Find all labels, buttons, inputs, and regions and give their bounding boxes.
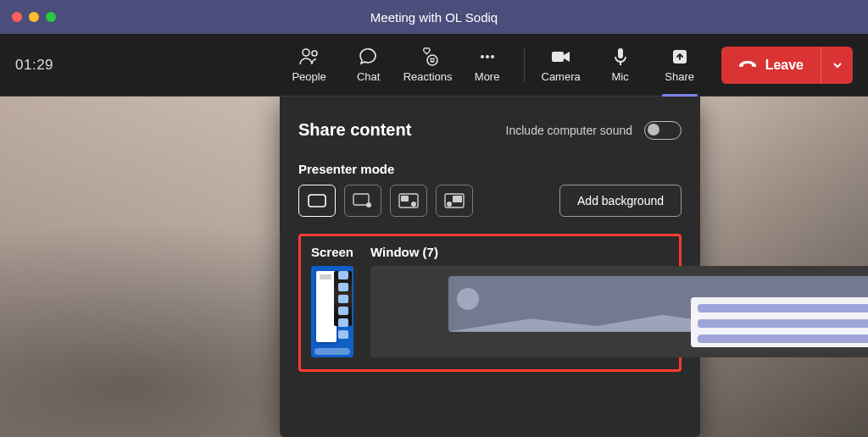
add-background-button[interactable]: Add background (559, 185, 682, 217)
leave-button[interactable]: Leave (721, 47, 821, 84)
meeting-toolbar: 01:29 People Chat (0, 34, 868, 97)
camera-icon (549, 47, 573, 67)
share-icon (670, 47, 690, 67)
share-panel-title: Share content (298, 120, 411, 140)
mic-label: Mic (612, 70, 629, 83)
share-window-thumbnail[interactable] (370, 266, 868, 357)
leave-label: Leave (765, 58, 804, 73)
presenter-mode-label: Presenter mode (298, 162, 682, 176)
presenter-mode-reporter[interactable] (436, 185, 473, 217)
camera-button[interactable]: Camera (531, 40, 591, 91)
svg-point-0 (303, 49, 309, 56)
titlebar: Meeting with OL Sodiq (0, 0, 868, 34)
chat-label: Chat (357, 70, 380, 83)
reactions-label: Reactions (403, 70, 453, 83)
presenter-mode-content-only[interactable] (298, 185, 336, 217)
svg-point-14 (366, 202, 371, 207)
svg-rect-12 (309, 195, 326, 207)
share-screen-thumbnail[interactable] (311, 266, 353, 357)
chat-icon (358, 47, 380, 67)
toggle-knob-icon (648, 124, 659, 136)
svg-rect-8 (552, 52, 564, 62)
camera-label: Camera (542, 70, 581, 83)
toolbar-divider (524, 48, 525, 82)
mic-button[interactable]: Mic (591, 40, 650, 91)
svg-rect-9 (618, 48, 623, 58)
more-label: More (475, 70, 500, 83)
presenter-mode-standout[interactable] (344, 185, 381, 217)
svg-point-2 (427, 55, 437, 65)
svg-rect-13 (353, 194, 369, 205)
svg-rect-16 (401, 196, 409, 202)
window-section-label: Window (7) (370, 245, 868, 259)
chevron-down-icon (832, 59, 843, 71)
chat-button[interactable]: Chat (339, 40, 398, 91)
mic-icon (610, 47, 631, 67)
svg-point-20 (447, 202, 452, 207)
leave-options-button[interactable] (821, 47, 853, 84)
svg-point-6 (486, 55, 489, 58)
include-sound-label: Include computer sound (506, 124, 632, 137)
include-sound-toggle[interactable] (644, 121, 682, 140)
call-timer: 01:29 (15, 57, 53, 74)
svg-rect-10 (620, 62, 621, 65)
more-button[interactable]: More (458, 40, 517, 91)
people-button[interactable]: People (280, 40, 339, 91)
share-label: Share (665, 70, 694, 83)
svg-rect-19 (453, 196, 462, 202)
people-icon (298, 47, 321, 67)
share-content-panel: Share content Include computer sound Pre… (280, 97, 700, 437)
share-options-highlight: Screen Window (7) (298, 234, 682, 372)
people-label: People (292, 70, 326, 83)
svg-point-5 (481, 55, 484, 58)
maximize-window-icon[interactable] (46, 12, 56, 22)
svg-point-3 (431, 58, 431, 59)
window-title: Meeting with OL Sodiq (370, 10, 498, 25)
svg-point-7 (491, 55, 494, 58)
more-icon (476, 47, 498, 67)
close-window-icon[interactable] (12, 12, 22, 22)
presenter-mode-side-by-side[interactable] (390, 185, 427, 217)
minimize-window-icon[interactable] (29, 12, 39, 22)
svg-point-4 (433, 58, 434, 59)
reactions-button[interactable]: Reactions (398, 40, 458, 91)
svg-point-17 (411, 202, 416, 207)
hangup-icon (738, 58, 757, 72)
reactions-icon (416, 47, 440, 67)
screen-section-label: Screen (311, 245, 353, 259)
video-stage: Share content Include computer sound Pre… (0, 97, 868, 437)
svg-point-1 (312, 51, 317, 56)
share-button[interactable]: Share (650, 40, 709, 91)
